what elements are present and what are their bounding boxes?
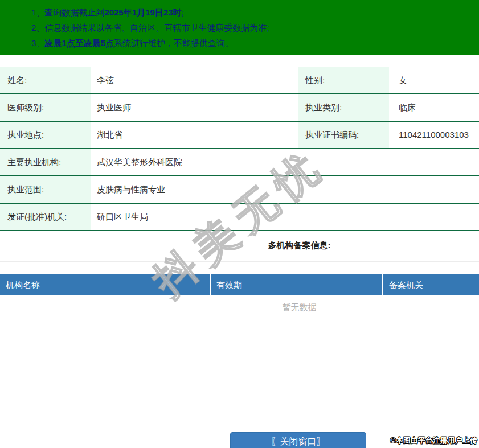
field-value-certificate-no: 110421100003103 [389, 122, 479, 148]
notice-banner: 1、查询数据截止到2025年1月19日23时; 2、信息数据结果以各省、自治区、… [0, 0, 479, 55]
notice-item: 1、查询数据截止到2025年1月19日23时; [31, 5, 473, 20]
notice-number: 3、 [31, 38, 44, 48]
field-value-practice-location: 湖北省 [91, 122, 298, 148]
profile-row: 姓名: 李弦 性别: 女 [0, 67, 479, 94]
notice-number: 2、 [31, 23, 44, 32]
notice-item: 3、凌晨1点至凌晨5点系统进行维护，不能提供查询。 [31, 35, 473, 51]
records-heading: 多机构备案信息: [0, 231, 479, 262]
notice-number: 1、 [31, 7, 44, 17]
field-label-practice-scope: 执业范围: [0, 176, 91, 203]
copyright-watermark: ©本图由平台注册用户上传 [390, 436, 477, 446]
notice-list: 1、查询数据截止到2025年1月19日23时; 2、信息数据结果以各省、自治区、… [0, 5, 479, 51]
notice-item: 2、信息数据结果以各省、自治区、直辖市卫生健康委数据为准; [31, 20, 473, 35]
profile-row: 医师级别: 执业医师 执业类别: 临床 [0, 94, 479, 122]
field-label-issuing-authority: 发证(批准)机关: [0, 204, 91, 230]
records-col-record-authority: 备案机关 [383, 274, 479, 295]
field-value-practice-category: 临床 [389, 94, 479, 121]
field-value-doctor-level: 执业医师 [91, 94, 298, 121]
doctor-profile-table: 姓名: 李弦 性别: 女 医师级别: 执业医师 执业类别: 临床 执业地点: 湖… [0, 67, 479, 231]
records-table: 机构名称 有效期 备案机关 暂无数据 [0, 274, 479, 319]
field-label-practice-category: 执业类别: [298, 94, 389, 121]
field-label-certificate-no: 执业证书编码: [298, 122, 389, 148]
field-value-issuing-authority: 硚口区卫生局 [91, 204, 479, 230]
field-value-gender: 女 [389, 67, 479, 93]
profile-row: 主要执业机构: 武汉华美整形外科医院 [0, 149, 479, 176]
records-col-institution-name: 机构名称 [0, 274, 211, 295]
field-label-name: 姓名: [0, 67, 91, 93]
records-col-validity-period: 有效期 [211, 274, 383, 295]
close-window-button[interactable]: 〖关闭窗口〗 [230, 432, 366, 448]
profile-row: 执业范围: 皮肤病与性病专业 [0, 176, 479, 204]
field-label-gender: 性别: [298, 67, 389, 93]
field-value-practice-scope: 皮肤病与性病专业 [91, 176, 479, 203]
profile-row: 发证(批准)机关: 硚口区卫生局 [0, 204, 479, 231]
field-label-doctor-level: 医师级别: [0, 94, 91, 121]
field-value-main-institution: 武汉华美整形外科医院 [91, 149, 479, 175]
records-header-row: 机构名称 有效期 备案机关 [0, 274, 479, 295]
field-label-main-institution: 主要执业机构: [0, 149, 91, 175]
empty-data-text: 暂无数据 [0, 295, 479, 319]
field-value-name: 李弦 [91, 67, 298, 93]
profile-row: 执业地点: 湖北省 执业证书编码: 110421100003103 [0, 122, 479, 149]
field-label-practice-location: 执业地点: [0, 122, 91, 148]
